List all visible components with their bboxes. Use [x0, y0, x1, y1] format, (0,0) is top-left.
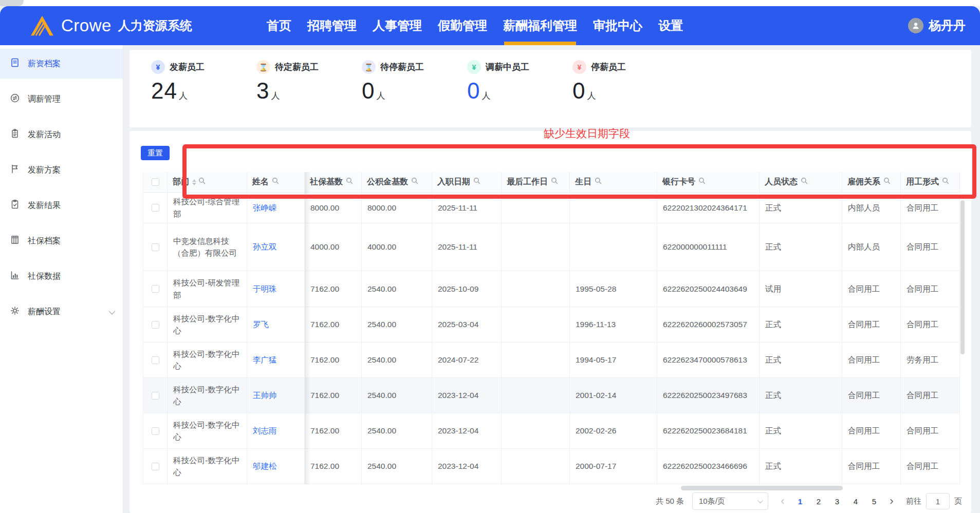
column-header-hire_date[interactable]: 入职日期	[432, 172, 502, 193]
row-checkbox[interactable]	[152, 392, 159, 400]
employee-name-link[interactable]: 罗飞	[247, 307, 305, 343]
nav-item-薪酬福利管理[interactable]: 薪酬福利管理	[503, 6, 577, 45]
column-header-social_base[interactable]: 社保基数	[305, 172, 362, 193]
goto-page-input[interactable]	[926, 493, 950, 509]
column-header-dept[interactable]: 部门	[168, 172, 247, 193]
employee-name-link[interactable]: 王帅帅	[247, 378, 305, 413]
clipboard-icon	[10, 128, 20, 141]
nav-item-首页[interactable]: 首页	[267, 6, 291, 45]
page-button-1[interactable]: 1	[793, 493, 807, 509]
row-checkbox[interactable]	[152, 356, 159, 364]
cell-social_base: 8000.00	[305, 193, 362, 223]
select-all-cell	[143, 172, 168, 193]
horizontal-scrollbar-thumb[interactable]	[681, 486, 843, 490]
nav-item-审批中心[interactable]: 审批中心	[593, 6, 642, 45]
column-label: 生日	[575, 177, 591, 187]
search-icon[interactable]	[551, 177, 559, 187]
sidebar-item-发薪活动[interactable]: 发薪活动	[0, 120, 123, 149]
stat-value: 3人	[256, 78, 362, 104]
cell-fund_base: 2540.00	[362, 413, 432, 449]
nav-item-人事管理[interactable]: 人事管理	[373, 6, 422, 45]
search-icon[interactable]	[411, 177, 419, 187]
cell-social_base: 7162.00	[305, 413, 362, 449]
row-checkbox[interactable]	[152, 204, 159, 212]
column-header-status[interactable]: 人员状态	[760, 172, 842, 193]
nav-item-设置[interactable]: 设置	[658, 6, 683, 45]
column-header-birthday[interactable]: 生日	[570, 172, 657, 193]
employee-name-link[interactable]: 邬建松	[247, 449, 305, 484]
search-icon[interactable]	[473, 177, 481, 187]
search-icon[interactable]	[272, 177, 280, 187]
top-navbar: Crowe 人力资源系统 首页招聘管理人事管理假勤管理薪酬福利管理审批中心设置 …	[0, 6, 980, 45]
cell-social_base: 7162.00	[305, 307, 362, 343]
sidebar-item-薪资档案[interactable]: 薪资档案	[0, 49, 123, 79]
stat-unit: 人	[271, 91, 280, 101]
employee-name-link[interactable]: 张峥嵘	[247, 193, 305, 223]
row-checkbox[interactable]	[152, 285, 159, 293]
table-card: 重置 部门姓名社保基数公积金基数入职日期最后工作日生日银行卡号人员状态雇佣关系用…	[130, 131, 971, 513]
column-header-name[interactable]: 姓名	[247, 172, 305, 193]
column-label: 雇佣关系	[847, 177, 880, 187]
row-checkbox[interactable]	[152, 321, 159, 329]
goto-label: 前往	[906, 497, 921, 506]
column-label: 人员状态	[765, 177, 798, 187]
search-icon[interactable]	[883, 177, 891, 187]
sort-icon[interactable]	[192, 179, 196, 185]
page-button-5[interactable]: 5	[867, 493, 881, 509]
stat-head: ¥停薪员工	[572, 60, 678, 74]
page-button-3[interactable]: 3	[830, 493, 844, 509]
column-header-relation[interactable]: 雇佣关系	[842, 172, 901, 193]
column-header-fund_base[interactable]: 公积金基数	[362, 172, 432, 193]
sidebar-item-调薪管理[interactable]: 调薪管理	[0, 84, 123, 114]
employee-name-link[interactable]: 于明珠	[247, 271, 305, 307]
next-page-icon[interactable]: ›	[885, 493, 898, 509]
table-row: 中竞发信息科技（合肥）有限公司孙立双4000.004000.002025-11-…	[143, 223, 960, 271]
employee-name-link[interactable]: 李广猛	[247, 343, 305, 378]
stat-待停薪员工: ⌛待停薪员工0人	[362, 60, 467, 127]
column-header-bank_card[interactable]: 银行卡号	[657, 172, 760, 193]
row-checkbox[interactable]	[152, 243, 159, 251]
employee-name-link[interactable]: 刘志雨	[247, 413, 305, 449]
browser-chrome-strip	[0, 0, 980, 6]
search-icon[interactable]	[346, 177, 354, 187]
row-checkbox[interactable]	[152, 463, 159, 470]
reset-button[interactable]: 重置	[141, 146, 170, 160]
page-size-select[interactable]: 10条/页	[692, 492, 768, 510]
column-header-employment_type[interactable]: 用工形式	[901, 172, 960, 193]
sidebar-item-发薪方案[interactable]: 发薪方案	[0, 155, 123, 185]
nav-item-招聘管理[interactable]: 招聘管理	[307, 6, 357, 45]
chevron-down-icon	[757, 498, 763, 503]
sidebar-item-发薪结果[interactable]: 发薪结果	[0, 191, 123, 220]
cell-hire_date: 2025-11-11	[432, 223, 502, 271]
cell-employment_type: 合同用工	[901, 307, 960, 343]
vertical-scrollbar-thumb[interactable]	[960, 200, 965, 354]
search-icon[interactable]	[801, 177, 808, 187]
cell-status: 正式	[760, 378, 842, 413]
row-checkbox[interactable]	[152, 427, 159, 435]
cell-dept: 科技公司-数字化中心	[168, 307, 247, 343]
employee-name-link[interactable]: 孙立双	[247, 223, 305, 271]
cell-dept: 科技公司-数字化中心	[168, 449, 247, 484]
cell-bank_card: 6222620250023497683	[657, 378, 760, 413]
row-select-cell	[143, 378, 168, 413]
nav-item-假勤管理[interactable]: 假勤管理	[438, 6, 487, 45]
search-icon[interactable]	[595, 177, 602, 187]
search-icon[interactable]	[198, 177, 206, 187]
sidebar-item-社保档案[interactable]: 社保档案	[0, 226, 123, 256]
select-all-checkbox[interactable]	[152, 178, 159, 186]
cell-relation: 合同用工	[842, 413, 901, 449]
prev-page-icon[interactable]: ‹	[776, 493, 789, 509]
sidebar-item-薪酬设置[interactable]: 薪酬设置	[0, 297, 123, 327]
user-menu[interactable]: 杨丹丹	[908, 6, 966, 45]
sidebar-item-label: 发薪结果	[28, 200, 61, 211]
cell-dept: 科技公司-综合管理部	[168, 193, 247, 223]
column-header-last_work_day[interactable]: 最后工作日	[502, 172, 570, 193]
page-button-2[interactable]: 2	[811, 493, 826, 509]
page-button-4[interactable]: 4	[848, 493, 863, 509]
flag-icon	[10, 164, 20, 176]
cell-bank_card: 6222620250023684181	[657, 413, 760, 449]
cell-social_base: 7162.00	[305, 343, 362, 378]
sidebar-item-社保数据[interactable]: 社保数据	[0, 261, 123, 291]
search-icon[interactable]	[942, 177, 950, 187]
search-icon[interactable]	[698, 177, 706, 187]
